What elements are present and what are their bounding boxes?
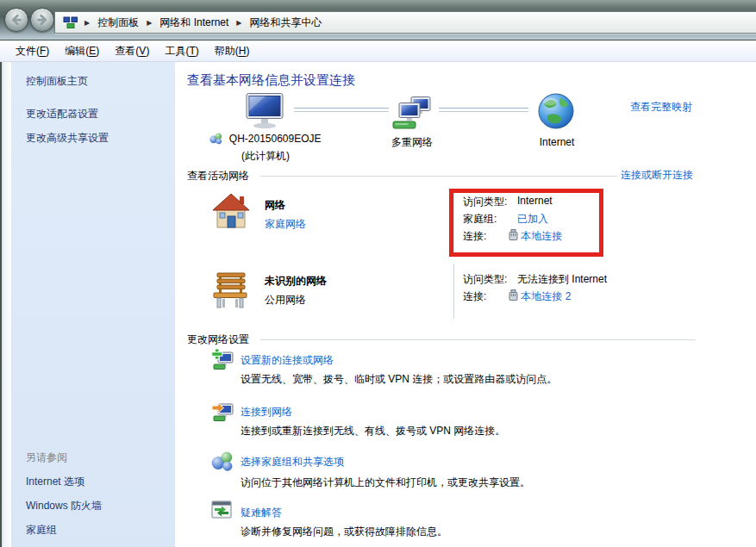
connection-label: 连接: [463,289,486,304]
internet-label: Internet [518,135,596,150]
network-center-icon [63,16,78,29]
breadcrumb-network-internet[interactable]: 网络和 Internet [158,13,230,33]
homegroup-joined-link[interactable]: 已加入 [517,212,548,227]
sidebar-item-windows-firewall[interactable]: Windows 防火墙 [26,499,168,513]
sidebar-item-control-panel-home[interactable]: 控制面板主页 [26,74,168,89]
homegroup-label: 家庭组: [463,212,497,227]
task-homegroup-link[interactable]: 选择家庭组和共享选项 [241,455,344,469]
task-connect-link[interactable]: 连接到网络 [241,405,292,420]
multiple-networks-label: 多重网络 [367,135,457,150]
new-connection-icon[interactable] [211,348,234,374]
multiple-networks-icon[interactable] [392,96,432,134]
sidebar-top-tasks: 控制面板主页 更改适配器设置 更改高级共享设置 [26,74,168,155]
local-connection-link[interactable]: 本地连接 [521,230,562,242]
row-divider [453,193,454,255]
forward-button[interactable] [30,8,54,32]
back-button[interactable] [4,8,28,32]
public-network-icon[interactable] [209,270,251,312]
see-also-header: 另请参阅 [26,451,168,465]
computer-map-label: QH-20150609EOJE (此计算机) [184,132,347,164]
page-title: 查看基本网络信息并设置连接 [187,72,355,89]
forward-arrow-icon [33,10,52,29]
breadcrumb-network-sharing-center[interactable]: 网络和共享中心 [248,13,324,33]
computer-sub-label: (此计算机) [241,150,290,162]
home-network-type-link[interactable]: 家庭网络 [265,217,306,232]
back-arrow-icon [7,10,26,29]
homegroup-options-icon[interactable] [211,450,234,475]
map-link-line [294,108,389,112]
task-troubleshoot-desc: 诊断并修复网络问题，或获得故障排除信息。 [241,525,447,539]
connection-value: 本地连接 2 [509,289,571,304]
section-rule [260,176,617,177]
window-left-border [0,62,11,547]
home-network-icon[interactable] [211,191,251,232]
title-bar: ▼ ▶ 控制面板 ▶ 网络和 Internet ▶ 网络和共享中心 [0,0,756,40]
network-sharing-center-window: ▼ ▶ 控制面板 ▶ 网络和 Internet ▶ 网络和共享中心 文件(F) … [0,0,756,547]
menu-item-help[interactable]: 帮助(H) [207,41,258,61]
connect-to-network-icon[interactable] [211,400,234,426]
menu-bar: 文件(F) 编辑(E) 查看(V) 工具(T) 帮助(H) [0,40,756,62]
ethernet-icon [509,232,521,244]
troubleshoot-icon[interactable] [211,500,234,524]
task-homegroup-desc: 访问位于其他网络计算机上的文件和打印机，或更改共享设置。 [241,476,530,490]
active-networks-header: 查看活动网络 [187,169,249,183]
access-type-value: Internet [517,195,553,207]
change-settings-header: 更改网络设置 [187,333,249,347]
computer-name: QH-20150609EOJE [229,133,322,145]
access-type-value: 无法连接到 Internet [517,272,607,287]
see-full-map-link[interactable]: 查看完整映射 [630,100,692,115]
breadcrumb-separator: ▶ [147,19,152,27]
public-network-type: 公用网络 [265,293,306,308]
main-panel: 查看基本网络信息并设置连接 [175,62,756,547]
local-connection-2-link[interactable]: 本地连接 2 [521,290,571,302]
sidebar-item-change-advanced-sharing[interactable]: 更改高级共享设置 [26,131,168,146]
sidebar: 控制面板主页 更改适配器设置 更改高级共享设置 另请参阅 Internet 选项… [11,62,175,547]
homegroup-icon [209,135,225,147]
task-troubleshoot-link[interactable]: 疑难解答 [241,506,282,520]
connection-value: 本地连接 [509,229,562,244]
connect-disconnect-link[interactable]: 连接或断开连接 [621,168,693,183]
network-name: 网络 [265,198,285,213]
sidebar-item-change-adapter-settings[interactable]: 更改适配器设置 [26,107,168,121]
menu-item-file[interactable]: 文件(F) [8,41,57,61]
menu-item-tools[interactable]: 工具(T) [157,41,206,61]
sidebar-see-also: 另请参阅 Internet 选项 Windows 防火墙 家庭组 [26,451,168,540]
ethernet-icon [509,292,521,304]
connection-label: 连接: [463,229,486,244]
this-computer-icon[interactable] [242,93,287,132]
breadcrumb-separator: ▶ [84,19,90,27]
map-link-line [439,108,528,112]
row-divider [453,264,454,319]
task-connect-desc: 连接到或重新连接到无线、有线、拨号或 VPN 网络连接。 [241,424,505,438]
internet-globe-icon[interactable] [537,93,575,132]
section-rule [260,339,696,340]
sidebar-item-internet-options[interactable]: Internet 选项 [26,475,168,489]
menu-item-edit[interactable]: 编辑(E) [57,41,107,61]
network-name: 未识别的网络 [265,274,327,289]
breadcrumb-separator: ▶ [236,19,241,27]
address-bar[interactable]: ▶ 控制面板 ▶ 网络和 Internet ▶ 网络和共享中心 [54,11,756,34]
access-type-label: 访问类型: [463,272,507,287]
breadcrumb-control-panel[interactable]: 控制面板 [96,13,141,33]
task-new-connection-link[interactable]: 设置新的连接或网络 [241,353,334,368]
task-new-connection-desc: 设置无线、宽带、拨号、临时或 VPN 连接；或设置路由器或访问点。 [241,372,557,387]
menu-item-view[interactable]: 查看(V) [107,41,157,61]
sidebar-item-homegroup[interactable]: 家庭组 [26,523,168,538]
access-type-label: 访问类型: [463,195,507,209]
